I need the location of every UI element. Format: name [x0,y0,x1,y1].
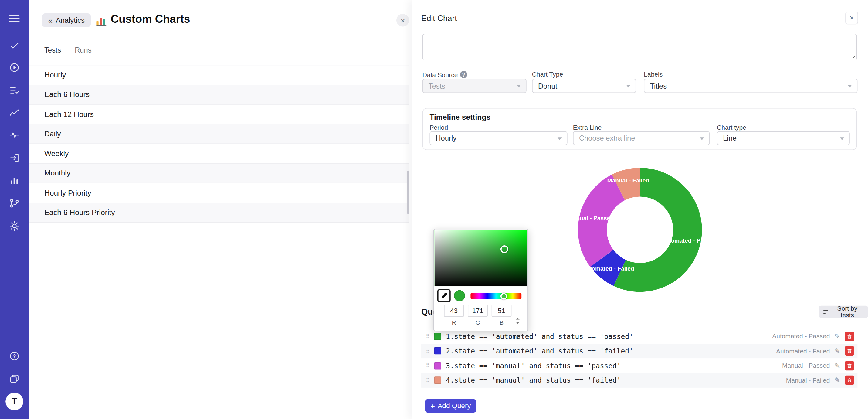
drawer-title: Edit Chart [421,14,457,23]
list-item-weekly[interactable]: Weekly [29,144,408,163]
charts-icon[interactable] [8,175,20,187]
help-badge-icon[interactable]: ? [460,71,467,78]
edit-query-icon[interactable]: ✎ [834,376,840,384]
saturation-value-handle[interactable] [500,245,508,253]
list-item-monthly[interactable]: Monthly [29,163,408,183]
delete-query-button[interactable] [845,361,854,370]
query-expression: 4.state == 'manual' and status == 'faile… [446,376,781,384]
plus-icon: + [431,402,435,410]
edit-chart-drawer: Edit Chart × Data Source ? Tests Chart T… [412,0,868,419]
edit-query-icon[interactable]: ✎ [834,347,840,355]
sort-by-tests-button[interactable]: Sort by tests [819,306,868,318]
add-query-button[interactable]: + Add Query [425,399,476,413]
current-color-swatch [454,290,465,301]
page-title: Custom Charts [111,13,190,26]
list-item-each-6-hours[interactable]: Each 6 Hours [29,85,408,105]
chart-description-input[interactable] [423,34,857,60]
query-row: ⠿ 2.state == 'automated' and status == '… [421,344,857,358]
analytics-icon[interactable] [8,129,20,141]
data-source-select[interactable]: Tests [423,79,527,93]
trash-icon [846,378,852,384]
trash-icon [846,333,852,339]
query-color-swatch[interactable] [434,362,442,369]
blue-label: B [492,319,512,326]
branches-icon[interactable] [8,197,20,209]
color-picker-popup: R G B [433,229,528,331]
svg-text:?: ? [13,353,16,359]
trash-icon [846,362,852,368]
extra-line-label: Extra Line [573,124,601,131]
list-item-daily[interactable]: Daily [29,124,408,144]
back-to-analytics-button[interactable]: « Analytics [42,13,91,27]
red-label: R [444,319,464,326]
app-logo[interactable]: T [5,393,23,410]
donut-segment-label: Manual - Failed [607,177,649,184]
sidebar: ? T [0,0,29,419]
query-expression: 3.state == 'manual' and status == 'passe… [446,362,778,370]
hue-slider-handle[interactable] [500,293,507,299]
drag-handle-icon[interactable]: ⠿ [426,363,430,368]
export-icon[interactable] [8,152,20,164]
tab-tests[interactable]: Tests [44,46,61,54]
timeline-chart-type-select[interactable]: Line [717,131,850,145]
settings-icon[interactable] [8,220,20,232]
query-label: Automated - Passed [772,333,830,340]
donut-segment-label: Automated - Failed [582,265,634,272]
up-down-arrows-icon [514,317,521,325]
scrollbar-thumb[interactable] [407,171,409,214]
edit-query-icon[interactable]: ✎ [834,362,840,370]
trash-icon [846,348,852,354]
red-input[interactable] [444,304,464,317]
query-label: Manual - Failed [786,377,830,384]
plans-icon[interactable] [8,84,20,96]
hue-slider[interactable] [470,293,521,299]
saturation-value-area[interactable] [435,230,527,286]
eyedropper-button[interactable] [437,289,451,302]
app-root: ? T « Analytics Custom Charts × Tests Ru… [0,0,868,419]
green-input[interactable] [468,304,488,317]
donut-chart: Automated - PassedAutomated - FailedManu… [574,163,707,296]
query-label: Manual - Passed [782,362,830,369]
menu-icon[interactable] [8,12,20,24]
donut-segment-label: Manual - Passed [568,215,614,221]
green-label: G [468,319,488,326]
bar-chart-icon [96,16,106,26]
runs-icon[interactable] [8,61,20,73]
tab-runs[interactable]: Runs [75,46,91,54]
list-item-hourly-priority[interactable]: Hourly Priority [29,183,408,203]
query-rows: ⠿ 1.state == 'automated' and status == '… [421,329,857,387]
delete-query-button[interactable] [845,332,854,341]
extra-line-select[interactable]: Choose extra line [573,131,710,145]
delete-query-button[interactable] [845,376,854,385]
drag-handle-icon[interactable]: ⠿ [426,334,430,339]
chart-type-select[interactable]: Donut [532,79,636,93]
tests-icon[interactable] [8,39,20,52]
metrics-icon[interactable] [8,107,20,119]
list-item-each-6-hours-priority[interactable]: Each 6 Hours Priority [29,203,408,222]
chevron-left-icon: « [48,16,53,25]
projects-icon[interactable] [8,373,20,385]
query-row: ⠿ 3.state == 'manual' and status == 'pas… [421,358,857,373]
close-drawer-button[interactable]: × [845,11,858,24]
query-color-swatch[interactable] [434,333,442,340]
drag-handle-icon[interactable]: ⠿ [426,378,430,383]
logo-letter: T [11,396,17,407]
period-select[interactable]: Hourly [429,131,567,145]
delete-query-button[interactable] [845,346,854,356]
timeline-settings-section: Timeline settings Period Hourly Extra Li… [423,108,857,150]
edit-query-icon[interactable]: ✎ [834,332,840,340]
labels-select[interactable]: Titles [644,79,857,93]
period-label: Period [429,124,448,131]
chart-list: Hourly Each 6 Hours Each 12 Hours Daily … [29,65,408,222]
list-item-each-12-hours[interactable]: Each 12 Hours [29,105,408,124]
query-expression: 2.state == 'automated' and status == 'fa… [446,347,772,355]
close-panel-button[interactable]: × [396,14,409,27]
blue-input[interactable] [492,304,512,317]
list-item-hourly[interactable]: Hourly [29,65,408,85]
query-color-swatch[interactable] [434,347,442,355]
help-icon[interactable]: ? [8,350,20,362]
drag-handle-icon[interactable]: ⠿ [426,348,430,354]
format-toggle-button[interactable] [514,317,522,326]
back-label: Analytics [56,16,85,24]
query-color-swatch[interactable] [434,377,442,384]
